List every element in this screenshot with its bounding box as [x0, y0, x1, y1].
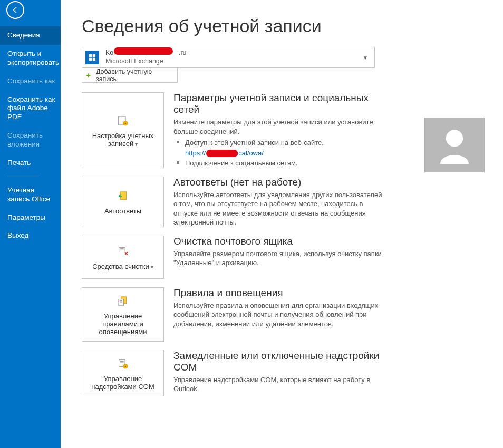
section-tile-3[interactable]: Управление правилами и оповещениями	[82, 287, 164, 342]
section-row-4: Управление надстройками COMЗамедленные и…	[82, 350, 492, 396]
page-title: Сведения об учетной записи	[82, 16, 492, 36]
section-row-3: Управление правилами и оповещениямиПрави…	[82, 287, 492, 342]
svg-rect-10	[120, 300, 122, 301]
section-body-1: Автоответы (нет на работе)Используйте ав…	[173, 177, 384, 227]
svg-point-16	[125, 366, 126, 367]
section-body-0: Параметры учетной записи и социальных се…	[173, 92, 384, 168]
section-body-4: Замедленные или отключенные надстройки C…	[173, 350, 384, 396]
svg-point-2	[125, 123, 126, 124]
sidebar-item-5[interactable]: Печать	[0, 154, 61, 172]
section-tile-0[interactable]: Настройка учетных записей▾	[82, 92, 164, 168]
svg-rect-13	[120, 361, 124, 362]
tile-icon	[116, 244, 130, 259]
add-account-button[interactable]: + Добавить учетную запись	[82, 68, 178, 83]
chevron-down-icon: ▼	[363, 55, 371, 61]
section-desc: Используйте автоответы для уведомления д…	[173, 190, 384, 227]
section-desc: Управление надстройками COM, которые вли…	[173, 375, 384, 394]
account-email: Kor xxxxxxxxxxxxxxxxxx .ru	[105, 49, 363, 57]
sidebar-item-0[interactable]: Сведения	[0, 26, 61, 45]
redaction-mark	[114, 47, 173, 55]
backstage-sidebar: СведенияОткрыть и экспортироватьСохранит…	[0, 0, 61, 448]
tile-icon	[116, 113, 130, 129]
svg-rect-6	[120, 249, 124, 249]
section-tile-1[interactable]: Автоответы	[82, 177, 164, 227]
section-desc: Используйте правила и оповещения для орг…	[173, 301, 384, 329]
tile-icon	[116, 293, 130, 309]
section-desc: Управляйте размером почтового ящика, исп…	[173, 249, 384, 268]
sidebar-separator	[7, 177, 39, 177]
section-tile-2[interactable]: Средства очистки▾	[82, 236, 164, 279]
account-type: Microsoft Exchange	[105, 57, 363, 66]
tile-label: Настройка учетных записей▾	[85, 132, 160, 148]
exchange-icon	[85, 51, 99, 64]
avatar-placeholder	[424, 118, 485, 172]
account-text: Kor xxxxxxxxxxxxxxxxxx .ru Microsoft Exc…	[105, 49, 363, 65]
sidebar-item2-1[interactable]: Параметры	[0, 209, 61, 227]
add-account-label: Добавить учетную запись	[96, 68, 174, 83]
svg-rect-11	[120, 302, 122, 303]
tile-icon	[116, 356, 130, 372]
svg-rect-14	[120, 362, 124, 363]
section-row-1: АвтоответыАвтоответы (нет на работе)Испо…	[82, 177, 492, 227]
bullet-1: Подключение к социальным сетям.	[173, 159, 384, 168]
tile-icon	[116, 188, 130, 204]
plus-icon: +	[85, 72, 92, 79]
section-bullets: Доступ к этой учетной записи на веб-сайт…	[173, 138, 384, 168]
section-title: Параметры учетной записи и социальных се…	[173, 92, 384, 115]
sidebar-list-secondary: Учетная запись OfficeПараметрыВыход	[0, 181, 61, 246]
section-title: Автоответы (нет на работе)	[173, 177, 384, 188]
section-row-0: Настройка учетных записей▾Параметры учет…	[82, 92, 492, 168]
tile-label: Управление надстройками COM	[85, 375, 160, 391]
section-title: Правила и оповещения	[173, 287, 384, 299]
sidebar-item-4[interactable]: Сохранить вложения	[0, 126, 61, 154]
tile-label: Управление правилами и оповещениями	[85, 312, 160, 336]
tile-label: Средства очистки▾	[92, 262, 153, 270]
section-desc: Измените параметры для этой учетной запи…	[173, 118, 384, 136]
svg-point-3	[446, 130, 463, 147]
redaction-mark	[206, 150, 238, 157]
tile-label: Автоответы	[104, 207, 141, 215]
sections-container: Настройка учетных записей▾Параметры учет…	[82, 92, 492, 396]
account-email-suffix: .ru	[179, 49, 187, 56]
section-tile-4[interactable]: Управление надстройками COM	[82, 350, 164, 396]
sidebar-item2-0[interactable]: Учетная запись Office	[0, 181, 61, 209]
bullet-0: Доступ к этой учетной записи на веб-сайт…	[173, 138, 384, 148]
svg-rect-7	[120, 250, 124, 250]
section-title: Замедленные или отключенные надстройки C…	[173, 350, 384, 373]
back-button[interactable]	[6, 1, 24, 19]
section-title: Очистка почтового ящика	[173, 236, 384, 247]
sidebar-list: СведенияОткрыть и экспортироватьСохранит…	[0, 26, 61, 172]
main-panel: Сведения об учетной записи Kor xxxxxxxxx…	[61, 0, 503, 448]
account-selector[interactable]: Kor xxxxxxxxxxxxxxxxxx .ru Microsoft Exc…	[82, 47, 375, 68]
sidebar-item-2[interactable]: Сохранить как	[0, 72, 61, 91]
arrow-left-icon	[11, 6, 20, 14]
sidebar-item-1[interactable]: Открыть и экспортировать	[0, 45, 61, 72]
section-row-2: Средства очистки▾Очистка почтового ящика…	[82, 236, 492, 279]
section-body-3: Правила и оповещенияИспользуйте правила …	[173, 287, 384, 342]
sidebar-item2-2[interactable]: Выход	[0, 227, 61, 245]
owa-link-row: https://xxxxxxik.local/owa/	[173, 149, 384, 158]
sidebar-item-3[interactable]: Сохранить как файл Adobe PDF	[0, 91, 61, 127]
section-body-2: Очистка почтового ящикаУправляйте размер…	[173, 236, 384, 279]
